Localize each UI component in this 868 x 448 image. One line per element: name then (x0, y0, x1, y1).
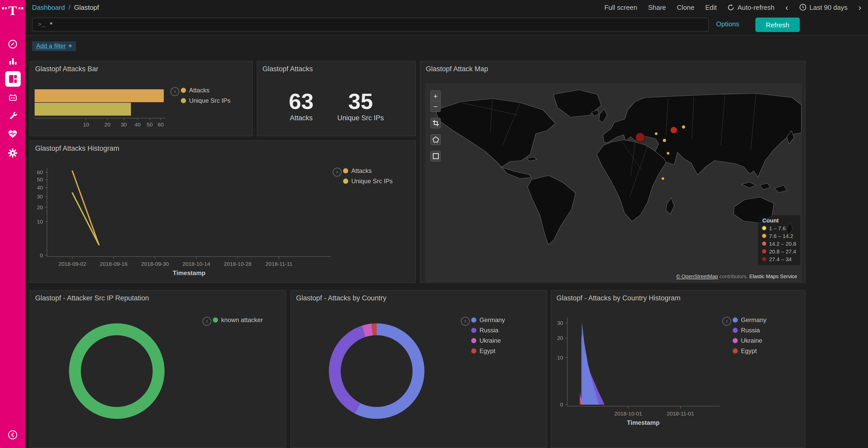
svg-text:20: 20 (104, 122, 110, 128)
legend-toggle-icon[interactable]: › (170, 87, 179, 96)
breadcrumb-dashboard-link[interactable]: Dashboard (32, 3, 65, 11)
legend-toggle-icon[interactable]: › (203, 317, 211, 326)
osm-attribution-link[interactable]: © OpenStreetMap (676, 274, 718, 279)
refresh-button[interactable]: Refresh (755, 18, 800, 32)
panel-attacks-by-country-histogram: Glastopf - Attacks by Country Histogram … (551, 290, 805, 448)
svg-text:10: 10 (37, 218, 43, 225)
chart-legend: Attacks Unique Src IPs (343, 167, 393, 185)
draw-rectangle-button[interactable] (430, 151, 441, 162)
fit-bounds-crop-button[interactable] (430, 118, 441, 129)
legend-dot (733, 338, 738, 343)
panel-src-ip-reputation: Glastopf - Attacker Src IP Reputation › … (29, 290, 286, 448)
add-filter-link[interactable]: Add a filter + (32, 41, 76, 51)
query-value: * (50, 21, 53, 28)
search-query-input[interactable]: >_ * (32, 18, 709, 32)
legend-toggle-icon[interactable]: › (722, 317, 731, 326)
legend-dot (762, 234, 767, 238)
legend-item[interactable]: Russia (733, 327, 767, 334)
svg-text:30: 30 (37, 194, 43, 200)
time-prev-chevron[interactable]: ‹ (785, 3, 788, 12)
devtools-wrench-icon[interactable] (5, 108, 21, 124)
legend-item[interactable]: Attacks (181, 87, 230, 94)
legend-dot (762, 257, 767, 261)
management-gear-icon[interactable] (5, 145, 21, 161)
svg-text:60: 60 (158, 122, 163, 128)
donut-chart[interactable] (30, 290, 286, 447)
metric-value: 63 (289, 90, 314, 113)
legend-dot (762, 242, 767, 246)
world-map-svg[interactable] (425, 83, 802, 282)
svg-text:2018-09-30: 2018-09-30 (141, 261, 169, 267)
legend-dot (762, 226, 767, 230)
legend-item[interactable]: Unique Src IPs (181, 97, 230, 104)
monitoring-heartbeat-icon[interactable] (5, 127, 21, 142)
svg-text:10: 10 (557, 354, 563, 360)
svg-text:60: 60 (37, 169, 43, 175)
map-legend-title: Count (762, 217, 796, 223)
clone-button[interactable]: Clone (677, 3, 694, 11)
legend-dot (471, 328, 476, 333)
visualize-barchart-icon[interactable] (5, 53, 21, 69)
legend-item[interactable]: Germany (733, 316, 767, 323)
svg-text:2018-10-14: 2018-10-14 (182, 261, 210, 267)
svg-text:2018-10-28: 2018-10-28 (224, 261, 251, 267)
svg-text:0: 0 (40, 252, 43, 258)
metric-unique-src-ips: 35 Unique Src IPs (337, 90, 384, 122)
legend-dot (471, 338, 476, 343)
legend-item[interactable]: Egypt (471, 347, 505, 354)
legend-item[interactable]: Egypt (733, 347, 767, 354)
svg-text:30: 30 (121, 122, 127, 128)
panel-attack-map: Glastopf Attack Map (420, 61, 805, 283)
legend-item[interactable]: known attacker (213, 316, 263, 323)
legend-toggle-icon[interactable]: › (333, 168, 342, 176)
draw-polygon-button[interactable] (430, 134, 441, 145)
map-legend-item: 20.8 – 27.4 (762, 248, 796, 254)
map-legend-item: 14.2 – 20.8 (762, 241, 796, 247)
legend-item[interactable]: Ukraine (471, 337, 505, 344)
time-range-picker[interactable]: Last 90 days (799, 3, 847, 11)
world-map[interactable]: + − Count 1 – 7.6 (425, 83, 802, 282)
share-button[interactable]: Share (648, 3, 666, 11)
area-chart[interactable]: 01020302018-10-012018-11-01Timestamp (551, 305, 805, 447)
bar-chart[interactable]: 102030405060 (30, 76, 252, 136)
discover-compass-icon[interactable] (5, 36, 21, 51)
terminal-prompt-icon: >_ (33, 21, 50, 28)
legend-item[interactable]: Attacks (343, 167, 393, 174)
edit-button[interactable]: Edit (705, 3, 717, 11)
legend-toggle-icon[interactable]: › (461, 317, 470, 326)
panel-title: Glastopf - Attacks by Country Histogram (556, 294, 680, 302)
legend-dot (471, 317, 476, 322)
legend-dot (213, 317, 218, 322)
time-next-chevron[interactable]: › (859, 3, 861, 12)
zoom-in-button[interactable]: + (430, 90, 441, 101)
query-options-link[interactable]: Options (716, 20, 739, 28)
collapse-nav-icon[interactable] (5, 427, 21, 442)
metric-label: Attacks (289, 114, 314, 122)
auto-refresh-button[interactable]: Auto-refresh (728, 3, 774, 11)
metric-group: 63 Attacks 35 Unique Src IPs (257, 76, 415, 136)
legend-item[interactable]: Russia (471, 327, 505, 334)
map-legend-item: 27.4 – 34 (762, 256, 796, 262)
svg-text:2018-11-01: 2018-11-01 (667, 411, 694, 416)
legend-dot (181, 88, 186, 93)
chart-legend: Germany Russia Ukraine Egypt (471, 316, 505, 354)
zoom-out-button[interactable]: − (430, 101, 441, 112)
dashboard-app-icon-active[interactable] (5, 71, 21, 87)
donut-chart[interactable] (291, 290, 547, 447)
plus-icon: + (68, 42, 72, 49)
fullscreen-button[interactable]: Full screen (604, 3, 637, 11)
svg-text:50: 50 (37, 176, 43, 182)
top-nav: Dashboard / Glastopf Full screen Share C… (25, 0, 868, 15)
panel-attacks-bar: Glastopf Attacks Bar 102030405060 › Atta… (29, 61, 253, 136)
legend-item[interactable]: Germany (471, 316, 505, 323)
legend-dot (181, 98, 186, 103)
legend-item[interactable]: Ukraine (733, 337, 767, 344)
legend-item[interactable]: Unique Src IPs (343, 177, 393, 185)
timelion-robot-icon[interactable] (5, 90, 21, 105)
panel-title: Glastopf Attacks (262, 65, 313, 73)
breadcrumb: Dashboard / Glastopf (25, 3, 99, 11)
legend-dot (343, 179, 348, 184)
metric-attacks: 63 Attacks (289, 90, 314, 122)
svg-text:Timestamp: Timestamp (627, 419, 659, 426)
logo-dot (22, 7, 23, 9)
